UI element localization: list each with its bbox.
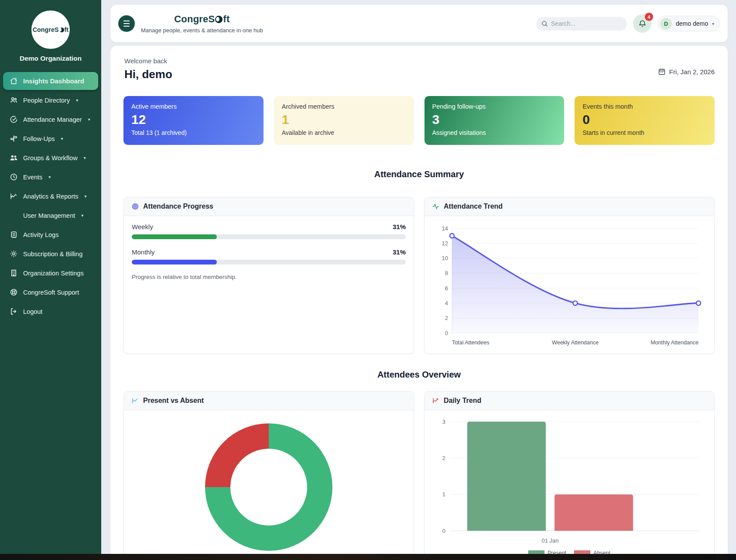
sidebar-item-attendance-manager[interactable]: Attendance Manager ▾ bbox=[3, 110, 98, 128]
svg-text:1: 1 bbox=[442, 491, 445, 498]
svg-text:8: 8 bbox=[445, 270, 448, 276]
life-buoy-icon bbox=[9, 288, 18, 297]
progress-percent: 31% bbox=[393, 248, 406, 256]
panel-title: Attendance Progress bbox=[143, 203, 213, 210]
chevron-down-icon: ▾ bbox=[88, 117, 90, 122]
sidebar-item-events[interactable]: Events ▾ bbox=[3, 168, 98, 186]
current-date: Fri, Jan 2, 2026 bbox=[658, 68, 715, 76]
chart-icon bbox=[131, 397, 139, 405]
sidebar-item-label: Analytics & Reports bbox=[23, 193, 79, 200]
sidebar-item-organization-settings[interactable]: Organization Settings bbox=[3, 264, 98, 282]
user-avatar: D bbox=[660, 18, 672, 30]
attendance-trend-chart: 02468101214Total AttendeesWeekly Attenda… bbox=[432, 223, 705, 350]
stat-title: Events this month bbox=[582, 103, 707, 110]
sidebar-item-groups-workflow[interactable]: Groups & Workflow ▾ bbox=[3, 149, 98, 167]
brand-suffix: ft bbox=[223, 14, 229, 25]
svg-text:4: 4 bbox=[445, 300, 448, 306]
sidebar-item-congresoft-support[interactable]: CongreSoft Support bbox=[3, 283, 98, 301]
panel-header: Present vs Absent bbox=[124, 392, 414, 410]
notification-badge: 4 bbox=[645, 13, 653, 21]
sidebar: CongreSft Demo Organization Insights Das… bbox=[0, 0, 101, 560]
chevron-down-icon: ▾ bbox=[84, 155, 86, 160]
brand-prefix: CongreS bbox=[174, 14, 215, 25]
welcome-text: Welcome back Hi, demo bbox=[124, 57, 172, 81]
panel-body: 02468101214Total AttendeesWeekly Attenda… bbox=[424, 216, 714, 354]
svg-text:3: 3 bbox=[442, 419, 445, 425]
activity-icon bbox=[432, 203, 440, 210]
brand-logo-small: CongreSft bbox=[33, 26, 68, 33]
welcome-row: Welcome back Hi, demo Fri, Jan 2, 2026 bbox=[110, 46, 728, 81]
stat-value: 0 bbox=[582, 112, 707, 127]
daily-trend-bar-chart: 012301 Jan bbox=[432, 417, 705, 548]
sidebar-item-label: Activity Logs bbox=[23, 231, 58, 238]
attendance-summary-row: Attendance Progress Weekly 31% bbox=[110, 197, 728, 354]
user-menu[interactable]: D demo demo ▾ bbox=[657, 16, 720, 31]
sidebar-item-activity-logs[interactable]: Activity Logs bbox=[3, 226, 98, 244]
chevron-down-icon: ▾ bbox=[85, 194, 87, 199]
chevron-down-icon: ▾ bbox=[48, 175, 51, 179]
sidebar-item-label: Events bbox=[23, 174, 42, 181]
users-icon bbox=[9, 96, 18, 105]
group-icon bbox=[9, 154, 18, 162]
sidebar-item-label: Logout bbox=[23, 308, 42, 315]
sidebar-nav: Insights Dashboard People Directory ▾ At… bbox=[0, 72, 101, 320]
trending-up-icon bbox=[432, 397, 440, 405]
notifications-button[interactable]: 4 bbox=[633, 14, 651, 33]
sidebar-item-label: Organization Settings bbox=[23, 270, 84, 277]
sidebar-item-insights-dashboard[interactable]: Insights Dashboard bbox=[3, 72, 98, 90]
sidebar-item-follow-ups[interactable]: Follow-Ups ▾ bbox=[3, 130, 98, 148]
stat-card-pending-follow-ups: Pending follow-ups 3 Assigned visitation… bbox=[424, 96, 565, 145]
signpost-icon bbox=[9, 134, 18, 143]
svg-text:01 Jan: 01 Jan bbox=[541, 537, 558, 544]
page-title: Hi, demo bbox=[124, 68, 172, 81]
svg-text:12: 12 bbox=[442, 240, 448, 247]
home-icon bbox=[9, 77, 18, 86]
bottom-dock-strip bbox=[0, 554, 736, 560]
app-tagline: Manage people, events & attendance in on… bbox=[141, 27, 263, 34]
progress-label: Monthly bbox=[132, 248, 155, 256]
sidebar-item-logout[interactable]: Logout bbox=[3, 302, 98, 320]
present-absent-donut-chart bbox=[205, 423, 332, 551]
logout-icon bbox=[9, 307, 18, 316]
sidebar-item-label: Groups & Workflow bbox=[23, 155, 78, 161]
attendees-overview-row: Present vs Absent Present Absent bbox=[110, 391, 728, 560]
sidebar-item-analytics-reports[interactable]: Analytics & Reports ▾ bbox=[3, 187, 98, 205]
progress-note: Progress is relative to total membership… bbox=[132, 274, 406, 280]
main-area: CongreSft Manage people, events & attend… bbox=[101, 0, 736, 560]
progress-percent: 31% bbox=[393, 223, 406, 230]
progress-fill bbox=[132, 260, 217, 265]
attendance-trend-panel: Attendance Trend 02468101214Total Attend… bbox=[424, 197, 715, 354]
sidebar-item-subscription-billing[interactable]: Subscription & Billing bbox=[3, 245, 98, 263]
sidebar-item-user-management[interactable]: User Management ▾ bbox=[3, 206, 98, 224]
sidebar-item-people-directory[interactable]: People Directory ▾ bbox=[3, 91, 98, 109]
progress-row-weekly: Weekly 31% bbox=[132, 223, 406, 239]
svg-text:0: 0 bbox=[442, 528, 445, 534]
welcome-eyebrow: Welcome back bbox=[124, 57, 172, 65]
svg-text:Weekly Attendance: Weekly Attendance bbox=[552, 340, 599, 346]
panel-header: Attendance Progress bbox=[124, 197, 414, 216]
progress-label: Weekly bbox=[132, 223, 153, 230]
stat-card-active-members: Active members 12 Total 13 (1 archived) bbox=[123, 96, 264, 145]
stat-subtitle: Assigned visitations bbox=[432, 129, 557, 136]
sidebar-item-label: CongreSoft Support bbox=[23, 289, 79, 296]
header-actions: 4 D demo demo ▾ bbox=[536, 14, 720, 33]
donut-hole bbox=[230, 449, 307, 526]
target-icon bbox=[131, 203, 139, 210]
menu-toggle-button[interactable] bbox=[118, 15, 135, 32]
svg-text:14: 14 bbox=[442, 225, 448, 232]
search-box bbox=[536, 17, 627, 31]
svg-text:2: 2 bbox=[445, 315, 448, 321]
sidebar-item-label: Insights Dashboard bbox=[23, 77, 84, 85]
sidebar-item-label: User Management bbox=[23, 212, 75, 219]
search-input[interactable] bbox=[536, 17, 627, 31]
svg-text:0: 0 bbox=[445, 330, 448, 337]
search-icon bbox=[541, 20, 548, 29]
brand-logo: CongreSft bbox=[174, 14, 229, 25]
sidebar-item-label: Follow-Ups bbox=[23, 135, 55, 142]
sidebar-item-label: People Directory bbox=[23, 97, 70, 104]
svg-text:Monthly Attendance: Monthly Attendance bbox=[650, 340, 698, 346]
stat-value: 12 bbox=[131, 112, 256, 127]
panel-title: Daily Trend bbox=[444, 397, 481, 405]
user-name: demo demo bbox=[676, 20, 708, 27]
brand-suffix: ft bbox=[65, 26, 69, 33]
